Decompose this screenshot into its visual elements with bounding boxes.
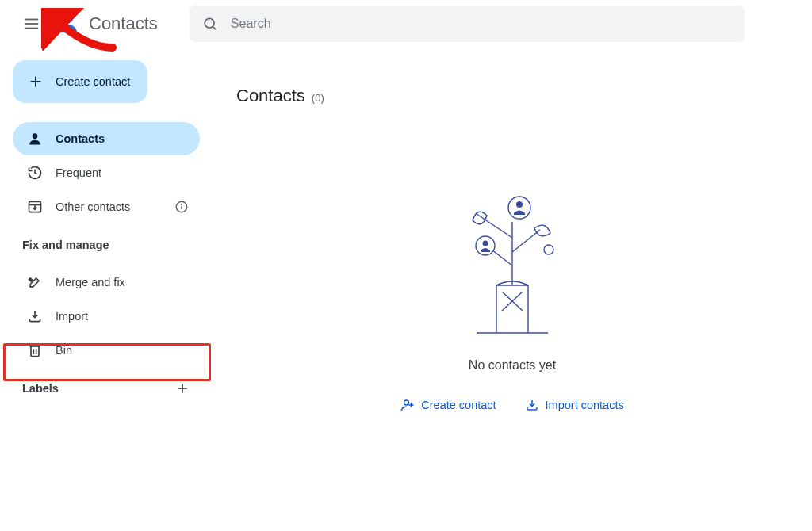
sidebar-item-import[interactable]: Import — [13, 300, 200, 333]
history-icon — [27, 165, 43, 181]
empty-state-actions: Create contact Import contacts — [400, 398, 623, 412]
empty-create-contact-button[interactable]: Create contact — [400, 398, 496, 412]
nav-list-manage: Merge and fix Import Bin — [8, 266, 205, 367]
section-header-fix-manage: Fix and manage — [8, 224, 205, 259]
sidebar-item-other-contacts[interactable]: Other contacts — [13, 190, 200, 223]
svg-point-3 — [65, 15, 73, 23]
menu-button[interactable] — [13, 5, 51, 43]
sidebar-item-label: Bin — [56, 344, 72, 357]
sidebar-item-frequent[interactable]: Frequent — [13, 156, 200, 189]
person-add-icon — [400, 398, 415, 412]
sidebar-item-bin[interactable]: Bin — [13, 334, 200, 367]
svg-line-5 — [213, 27, 216, 30]
info-icon[interactable] — [174, 200, 189, 214]
sidebar-item-label: Other contacts — [56, 201, 130, 213]
create-contact-button[interactable]: Create contact — [13, 60, 147, 103]
contacts-logo-icon — [57, 12, 81, 36]
sidebar-item-label: Contacts — [56, 132, 105, 145]
svg-point-14 — [182, 204, 182, 205]
main-content: Contacts (0) — [213, 48, 812, 531]
empty-illustration-icon — [453, 190, 572, 341]
person-icon — [27, 131, 43, 147]
labels-header-row: Labels — [8, 368, 205, 396]
svg-point-32 — [404, 400, 409, 405]
button-label: Import contacts — [546, 399, 624, 411]
sidebar: Create contact Contacts Frequent Other c… — [0, 48, 213, 531]
page-count: (0) — [312, 92, 324, 104]
sidebar-item-label: Import — [56, 310, 88, 323]
svg-point-8 — [33, 133, 38, 139]
sidebar-item-label: Merge and fix — [56, 276, 125, 288]
topbar: Contacts — [0, 0, 812, 48]
svg-point-31 — [483, 241, 488, 246]
app-logo: Contacts — [57, 12, 158, 36]
svg-point-4 — [205, 18, 214, 28]
page-title-row: Contacts (0) — [236, 86, 788, 106]
app-title: Contacts — [89, 13, 158, 34]
search-wrap — [190, 6, 745, 42]
plus-icon — [174, 380, 190, 396]
download-icon — [525, 398, 539, 412]
search-icon — [202, 16, 218, 32]
labels-header: Labels — [22, 382, 59, 395]
add-label-button[interactable] — [174, 380, 190, 396]
svg-line-26 — [477, 214, 512, 238]
archive-icon — [27, 199, 43, 215]
empty-state-text: No contacts yet — [469, 358, 556, 372]
hamburger-icon — [23, 15, 40, 32]
page-title: Contacts — [236, 86, 305, 106]
download-icon — [27, 308, 43, 324]
empty-state: No contacts yet Create contact Import co… — [274, 190, 750, 412]
tools-icon — [27, 274, 43, 290]
nav-list-primary: Contacts Frequent Other contacts — [8, 122, 205, 223]
button-label: Create contact — [421, 399, 496, 411]
svg-point-29 — [516, 201, 523, 208]
search-box[interactable] — [190, 6, 745, 42]
empty-import-contacts-button[interactable]: Import contacts — [525, 398, 624, 412]
sidebar-item-contacts[interactable]: Contacts — [13, 122, 200, 155]
sidebar-item-merge-fix[interactable]: Merge and fix — [13, 266, 200, 299]
sidebar-item-label: Frequent — [56, 166, 102, 179]
plus-icon — [27, 73, 44, 90]
svg-point-27 — [544, 245, 553, 254]
search-input[interactable] — [231, 17, 732, 31]
svg-line-25 — [512, 230, 540, 252]
trash-icon — [27, 342, 43, 358]
create-contact-label: Create contact — [56, 75, 130, 88]
